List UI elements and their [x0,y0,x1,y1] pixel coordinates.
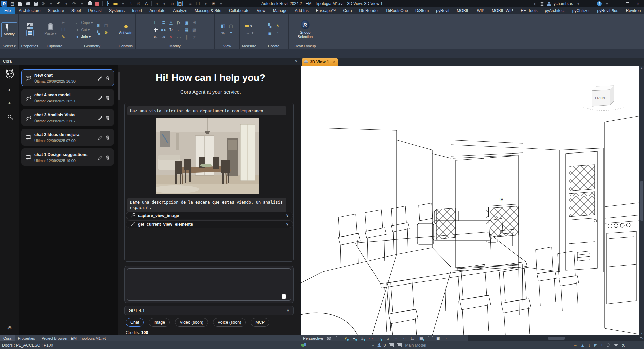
tab-analyze[interactable]: Analyze [169,7,191,14]
horizontal-scroll-thumb[interactable] [548,337,565,340]
mentions-icon[interactable]: @ [7,325,12,331]
drag-elements-icon[interactable]: + [601,343,603,348]
tool-call-capture-view-image[interactable]: capture_view_image ∨ [126,212,293,219]
view-scale-label[interactable]: Perspective [303,336,323,340]
rename-chat-icon[interactable] [97,155,103,160]
mode-voice-button[interactable]: Voice (soon) [213,318,246,327]
text-tool-icon[interactable]: A [144,1,149,6]
revit-logo-icon[interactable]: R [1,1,7,7]
measure-wall-icon[interactable]: ┣ [105,1,110,6]
edit-linked-icon[interactable]: ▲ [581,343,585,348]
tab-cora[interactable]: Cora [340,7,356,14]
mirror-axis-icon[interactable]: △ [168,19,175,26]
trim-extend-corner-icon[interactable]: ⇤ [152,34,159,40]
mode-chat-button[interactable]: Chat [126,318,144,327]
view-cube[interactable]: FRONT [583,86,624,111]
collapse-sidebar-icon[interactable]: < [8,87,11,93]
render-sun-icon[interactable]: ☀ [211,1,216,6]
create-parts-icon[interactable]: ▣ [266,30,273,36]
chat-item-4[interactable]: chat 4 scan model Última: 24/09/2025 20:… [21,89,114,106]
save-icon[interactable] [33,1,38,6]
tab-d5-render[interactable]: D5 Render [356,7,383,14]
tab-pyrevitplus[interactable]: pyRevitPlus [593,7,622,14]
split-element-icon[interactable]: ▣ [183,19,190,26]
offset-icon[interactable]: ⊂ [160,19,167,26]
shadows-icon[interactable]: ● [351,336,357,341]
thin-lines-icon[interactable]: ≡ [188,1,193,6]
switch-windows-icon[interactable]: ❏ [195,1,201,6]
delete-chat-icon[interactable] [105,75,110,81]
panel-create-label[interactable]: Create [259,44,288,49]
chat-item-2[interactable]: chat 2 Ideas de mejora Última: 22/09/202… [21,129,114,146]
cope-button[interactable]: ⌐Cope ▾ [75,20,93,25]
pin-icon[interactable]: ▩ [191,27,198,33]
chat-list-scrollbar[interactable] [118,68,120,333]
chevron-down-icon[interactable]: ∨ [286,213,289,218]
collapse-bar-icon[interactable]: ‹ [444,336,449,341]
tape-measure-icon[interactable] [113,1,118,6]
tab-steel[interactable]: Steel [68,7,84,14]
split-with-gap-icon[interactable]: ⊞ [191,19,198,26]
demolish-hammer-icon[interactable]: ⚒ [103,30,109,35]
undo-icon[interactable]: ↶ [56,1,61,6]
rename-chat-icon[interactable] [97,75,103,81]
rename-chat-icon[interactable] [97,115,103,120]
temporary-hide-isolate-icon[interactable]: ○ [402,336,407,341]
mode-video-button[interactable]: Video (soon) [175,318,208,327]
activate-controls-button[interactable]: Activate [117,24,134,36]
split-face-icon[interactable]: ▚ [95,30,101,35]
editing-requests-count[interactable]: :0 [377,343,386,348]
worksets-dropdown-icon[interactable]: ▾ [372,343,374,348]
message-input[interactable] [127,268,291,301]
mode-mcp-button[interactable]: MCP [251,318,269,327]
chat-item-3[interactable]: chat 3 Analisis Vista Última: 22/09/2025… [21,109,114,126]
worksharing-display-icon[interactable]: ▦ [418,336,424,341]
help-dropdown-icon[interactable]: ▾ [604,1,610,6]
collapse-search-icon[interactable]: ◂ [532,1,537,6]
scroll-up-icon[interactable]: ▴ [641,66,642,69]
create-assembly-icon[interactable]: ☀ [274,23,281,29]
3d-viewport[interactable]: VF FRONT [300,66,639,335]
align-icon[interactable]: ∟ [152,19,159,26]
delete-chat-icon[interactable] [105,135,110,140]
resize-grip[interactable] [640,337,643,338]
tab-structure[interactable]: Structure [44,7,68,14]
delete-chat-icon[interactable] [105,115,110,120]
tab-dirootsone[interactable]: DiRootsOne [383,7,412,14]
tab-collaborate[interactable]: Collaborate [225,7,253,14]
stop-generation-button[interactable] [282,294,286,299]
move-icon[interactable] [152,27,159,33]
tag-icon[interactable]: ℗ [136,1,141,6]
render-icon[interactable]: ♨ [360,336,365,341]
print-icon[interactable] [87,1,92,6]
detail-level-icon[interactable] [326,336,332,341]
hide-element-icon[interactable]: ◧ [220,23,227,29]
tab-precast[interactable]: Precast [84,7,105,14]
tab-wip[interactable]: WIP [473,7,488,14]
dock-tab-cora[interactable]: Cora [0,335,15,341]
join-geometry-button[interactable]: ●Join ▾ [75,34,93,39]
restore-button[interactable] [623,1,631,7]
new-chat-icon[interactable]: + [8,100,11,106]
home-dropdown-icon[interactable]: ▾ [162,1,167,6]
crop-region-icon[interactable]: ▭ [377,336,382,341]
signed-in-user[interactable]: ychamblas [554,1,573,6]
sun-path-icon[interactable]: ☀ [343,336,348,341]
trim-extend-single-icon[interactable]: ⇥ [160,34,167,40]
sync-dropdown-icon[interactable]: ▾ [48,1,54,6]
minimize-button[interactable]: – [612,1,621,7]
worksets-icon[interactable] [389,343,394,347]
type-properties-icon[interactable] [26,30,34,36]
export-icon[interactable] [95,1,100,6]
tab-annotate[interactable]: Annotate [146,7,169,14]
visual-style-icon[interactable] [335,336,340,341]
tab-systems[interactable]: Systems [105,7,128,14]
model-selector[interactable]: GPT-4.1 ∨ [124,306,294,315]
tab-view[interactable]: View [253,7,269,14]
linework-icon[interactable]: ✎ [220,30,227,36]
switch-windows-dropdown-icon[interactable]: ▾ [203,1,208,6]
panel-controls-label[interactable]: Controls [116,44,135,49]
chat-item-new-chat[interactable]: New chat Última: 26/09/2025 16:30 [21,69,114,86]
cut-geometry-button[interactable]: ◖Cut ▾ [75,27,93,32]
rename-chat-icon[interactable] [97,95,103,100]
